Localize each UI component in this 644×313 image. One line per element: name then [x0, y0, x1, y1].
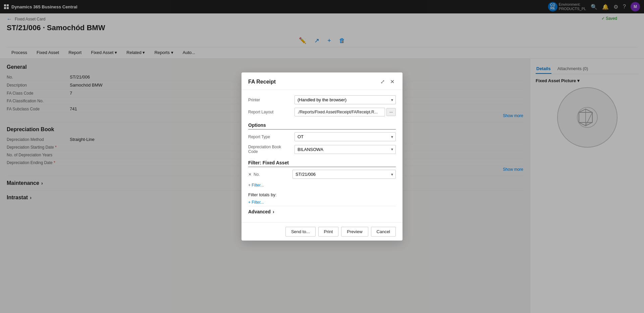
- print-button[interactable]: Print: [318, 227, 339, 237]
- filter-no-select-wrapper: ST/21/006: [292, 170, 396, 179]
- printer-select-wrapper: (Handled by the browser) (Handled by the…: [294, 95, 396, 104]
- report-type-select[interactable]: OT PT LT: [294, 132, 396, 141]
- depreciation-book-code-label: Depreciation Book Code: [248, 145, 292, 154]
- fa-receipt-dialog: FA Receipt ⤢ ✕ Printer (Handled by the b…: [241, 72, 402, 241]
- cancel-button[interactable]: Cancel: [371, 227, 396, 237]
- add-filter-totals-button[interactable]: + Filter...: [248, 199, 264, 206]
- send-to-button[interactable]: Send to...: [285, 227, 316, 237]
- printer-select[interactable]: (Handled by the browser) (Handled by the…: [294, 95, 396, 104]
- filter-no-row: ✕ No. ST/21/006: [248, 170, 396, 179]
- dialog-title: FA Receipt: [248, 79, 276, 85]
- filter-no-select[interactable]: ST/21/006: [292, 170, 396, 179]
- dialog-overlay: FA Receipt ⤢ ✕ Printer (Handled by the b…: [0, 0, 644, 313]
- report-type-select-wrapper: OT PT LT: [294, 132, 396, 141]
- depreciation-book-code-select[interactable]: BILANSOWA PODATKOWA: [294, 145, 396, 154]
- report-layout-control: ···: [294, 108, 396, 116]
- filter-remove-button[interactable]: ✕: [248, 172, 252, 177]
- filter-no-label: No.: [254, 172, 290, 177]
- advanced-section[interactable]: Advanced: [248, 206, 396, 217]
- preview-button[interactable]: Preview: [341, 227, 368, 237]
- options-section-header: Options: [248, 120, 396, 129]
- dialog-footer: Send to... Print Preview Cancel: [241, 222, 402, 241]
- dialog-header: FA Receipt ⤢ ✕: [241, 72, 402, 90]
- dialog-header-actions: ⤢ ✕: [379, 78, 396, 86]
- add-filter-button[interactable]: + Filter...: [248, 181, 264, 189]
- printer-label: Printer: [248, 98, 292, 102]
- report-layout-label: Report Layout: [248, 110, 292, 114]
- report-layout-field: Report Layout ···: [248, 108, 396, 116]
- printer-field: Printer (Handled by the browser) (Handle…: [248, 95, 396, 104]
- filter-totals-label: Filter totals by:: [248, 192, 396, 197]
- dialog-expand-button[interactable]: ⤢: [379, 78, 386, 86]
- dialog-body: Printer (Handled by the browser) (Handle…: [241, 90, 402, 222]
- dialog-close-button[interactable]: ✕: [389, 78, 396, 86]
- report-type-field: Report Type OT PT LT: [248, 132, 396, 141]
- filter-section-header: Filter: Fixed Asset: [248, 157, 396, 167]
- report-layout-dots-button[interactable]: ···: [386, 108, 396, 116]
- depreciation-book-code-field: Depreciation Book Code BILANSOWA PODATKO…: [248, 145, 396, 154]
- report-type-label: Report Type: [248, 135, 292, 139]
- report-layout-input[interactable]: [294, 108, 385, 116]
- depreciation-book-code-select-wrapper: BILANSOWA PODATKOWA: [294, 145, 396, 154]
